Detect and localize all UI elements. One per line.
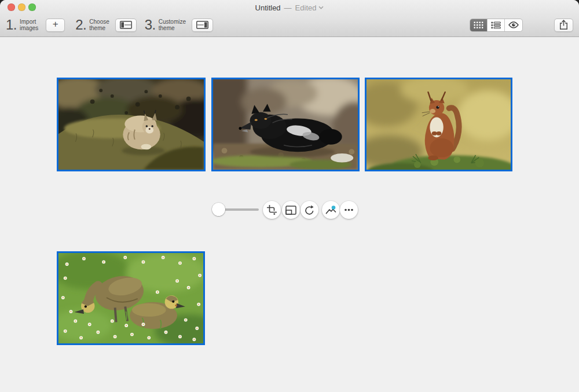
goslings-photo xyxy=(58,253,203,343)
choose-theme-button[interactable] xyxy=(115,19,137,32)
edited-menu[interactable]: Edited xyxy=(295,3,324,12)
import-images-button[interactable]: + xyxy=(46,19,65,32)
list-view-button[interactable] xyxy=(488,19,505,31)
step-number: 1. xyxy=(6,17,17,33)
photo-thumbnail-red-squirrel[interactable] xyxy=(365,78,512,171)
titlebar: Untitled — Edited xyxy=(0,0,579,13)
step-label: Import images xyxy=(20,19,38,31)
adjust-badge xyxy=(332,206,336,210)
aspect-ratio-icon xyxy=(285,206,296,215)
photo-thumbnail-black-wolf[interactable] xyxy=(211,78,360,171)
photo-thumbnail-goslings[interactable] xyxy=(57,251,205,345)
list-icon xyxy=(491,21,501,29)
plus-icon: + xyxy=(53,19,58,30)
customize-theme-button[interactable] xyxy=(192,19,213,32)
adjust-mountains-icon xyxy=(325,205,337,215)
step-choose-theme: 2. Choose theme xyxy=(75,17,136,33)
step-import-images: 1. Import images + xyxy=(6,17,65,33)
photo-thumbnail-lynx[interactable] xyxy=(57,78,206,171)
more-options-button[interactable] xyxy=(340,201,358,219)
toolbar: 1. Import images + 2. Choose theme xyxy=(0,13,579,37)
red-squirrel-photo xyxy=(367,79,511,170)
lynx-photo xyxy=(58,79,204,170)
step-label: Customize theme xyxy=(159,19,186,31)
aspect-ratio-button[interactable] xyxy=(282,201,300,219)
share-button[interactable] xyxy=(554,19,573,32)
more-ellipsis-icon xyxy=(343,204,354,215)
step-number: 3. xyxy=(145,17,156,33)
view-mode-segmented-control xyxy=(470,19,523,32)
chevron-down-icon xyxy=(318,6,324,9)
share-icon xyxy=(559,20,568,30)
zoom-slider-thumb[interactable] xyxy=(212,203,225,216)
window-title: Untitled — Edited xyxy=(0,0,579,13)
theme-left-panel-icon xyxy=(120,21,132,29)
grid-view-button[interactable] xyxy=(470,19,488,31)
eye-icon xyxy=(508,21,519,28)
view-controls xyxy=(470,19,573,32)
window-chrome: Untitled — Edited 1. Import images xyxy=(0,0,579,37)
edited-label: Edited xyxy=(295,3,317,12)
step-customize-theme: 3. Customize theme xyxy=(145,17,213,33)
crop-button[interactable] xyxy=(263,201,281,219)
step-number: 2. xyxy=(75,17,86,33)
grid-icon xyxy=(474,21,483,29)
preview-button[interactable] xyxy=(505,19,522,31)
title-separator: — xyxy=(284,3,292,12)
black-wolf-photo xyxy=(213,79,358,170)
rotate-icon xyxy=(304,204,315,215)
document-title: Untitled xyxy=(255,3,281,12)
theme-right-panel-icon xyxy=(196,21,208,29)
crop-icon xyxy=(266,204,277,215)
photo-grid xyxy=(0,37,579,392)
adjust-filters-button[interactable] xyxy=(322,201,340,219)
app-window: Untitled — Edited 1. Import images xyxy=(0,0,579,392)
rotate-button[interactable] xyxy=(301,201,318,219)
step-label: Choose theme xyxy=(89,19,109,31)
